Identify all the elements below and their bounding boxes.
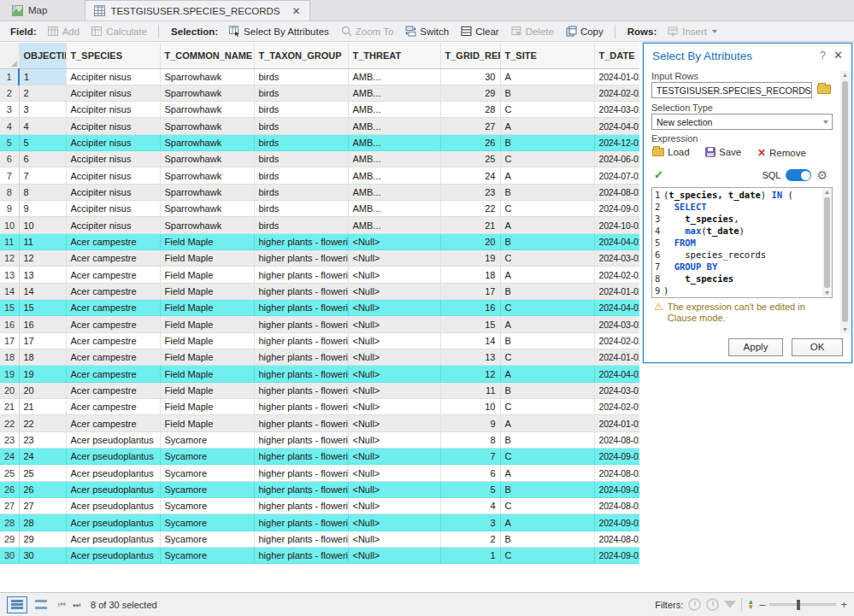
save-expression-button[interactable]: Save	[705, 147, 741, 157]
cell-common-name[interactable]: Sparrowhawk	[160, 217, 254, 233]
cell-threat[interactable]: AMB...	[348, 217, 440, 233]
definition-filter-icon[interactable]	[724, 601, 736, 608]
add-field-button[interactable]: Add	[44, 24, 84, 38]
cell-taxon-group[interactable]: higher plants - floweri...	[254, 399, 348, 415]
column-header-t-species[interactable]: T_SPECIES	[66, 43, 160, 68]
cell-date[interactable]: 2024-03-01	[594, 250, 639, 267]
cell-threat[interactable]: <Null>	[348, 366, 440, 382]
cell-threat[interactable]: AMB...	[348, 167, 440, 184]
cell-date[interactable]: 2024-07-01	[594, 167, 639, 184]
cell-common-name[interactable]: Field Maple	[160, 415, 254, 431]
row-number[interactable]: 5	[0, 134, 19, 150]
cell-objectid[interactable]: 2	[19, 85, 66, 101]
cell-threat[interactable]: AMB...	[348, 151, 440, 167]
cell-taxon-group[interactable]: birds	[254, 201, 348, 217]
cell-common-name[interactable]: Field Maple	[160, 399, 254, 415]
cell-date[interactable]: 2024-08-01	[594, 184, 639, 200]
cell-date[interactable]: 2024-06-01	[594, 151, 639, 167]
cell-objectid[interactable]: 28	[19, 514, 66, 531]
cell-threat[interactable]: <Null>	[348, 283, 440, 299]
row-number[interactable]: 24	[0, 449, 19, 465]
cell-threat[interactable]: <Null>	[348, 349, 440, 366]
cell-site[interactable]: C	[500, 201, 594, 217]
cell-common-name[interactable]: Sparrowhawk	[160, 167, 254, 184]
cell-site[interactable]: A	[500, 118, 594, 134]
cell-taxon-group[interactable]: higher plants - floweri...	[254, 300, 348, 316]
cell-common-name[interactable]: Sparrowhawk	[160, 85, 254, 101]
cell-grid-refer[interactable]: 7	[440, 449, 500, 465]
cell-site[interactable]: B	[500, 85, 594, 101]
cell-grid-refer[interactable]: 2	[440, 531, 500, 547]
cell-site[interactable]: B	[500, 481, 594, 497]
cell-threat[interactable]: <Null>	[348, 531, 440, 547]
cell-objectid[interactable]: 12	[19, 250, 66, 267]
cell-grid-refer[interactable]: 5	[440, 481, 500, 497]
cell-site[interactable]: A	[500, 217, 594, 233]
cell-taxon-group[interactable]: higher plants - floweri...	[254, 233, 348, 249]
row-number[interactable]: 22	[0, 415, 19, 431]
cell-threat[interactable]: AMB...	[348, 118, 440, 134]
cell-site[interactable]: C	[500, 349, 594, 366]
cell-site[interactable]: B	[500, 382, 594, 398]
cell-species[interactable]: Accipiter nisus	[66, 118, 160, 134]
gear-icon[interactable]: ⚙	[816, 169, 827, 181]
cell-site[interactable]: B	[500, 184, 594, 200]
cell-grid-refer[interactable]: 15	[440, 316, 500, 332]
cell-site[interactable]: C	[500, 548, 594, 564]
cell-grid-refer[interactable]: 24	[440, 167, 500, 184]
slider-handle[interactable]	[797, 600, 800, 610]
cell-species[interactable]: Acer campestre	[66, 415, 160, 431]
input-rows-combobox[interactable]: TESTGISUSER.SPECIES_RECORDS	[651, 82, 812, 98]
selection-type-combobox[interactable]: New selection	[651, 114, 833, 130]
column-header-t-date[interactable]: T_DATE	[594, 43, 639, 68]
cell-taxon-group[interactable]: birds	[254, 85, 348, 101]
cell-species[interactable]: Accipiter nisus	[66, 85, 160, 101]
cell-taxon-group[interactable]: birds	[254, 151, 348, 167]
ok-button[interactable]: OK	[792, 338, 843, 356]
load-expression-button[interactable]: Load	[652, 147, 690, 157]
panel-scrollbar[interactable]: ▲ ▼	[840, 71, 850, 334]
cell-species[interactable]: Acer pseudoplantus	[66, 449, 160, 465]
cell-species[interactable]: Acer pseudoplantus	[66, 514, 160, 531]
cell-common-name[interactable]: Field Maple	[160, 300, 254, 316]
cell-common-name[interactable]: Sycamore	[160, 498, 254, 514]
cell-site[interactable]: A	[500, 316, 594, 332]
cell-site[interactable]: A	[500, 465, 594, 481]
column-header-t-threat[interactable]: T_THREAT	[348, 43, 440, 68]
cell-date[interactable]: 2024-02-01	[594, 267, 639, 283]
row-number[interactable]: 13	[0, 267, 19, 283]
cell-common-name[interactable]: Sycamore	[160, 431, 254, 448]
slider-minus[interactable]: –	[759, 598, 765, 611]
range-filter-icon[interactable]	[706, 598, 719, 611]
row-number[interactable]: 16	[0, 316, 19, 332]
cell-taxon-group[interactable]: higher plants - floweri...	[254, 498, 348, 514]
cell-common-name[interactable]: Sparrowhawk	[160, 68, 254, 85]
cell-objectid[interactable]: 8	[19, 184, 66, 200]
cell-species[interactable]: Accipiter nisus	[66, 134, 160, 150]
cell-site[interactable]: A	[500, 514, 594, 531]
cell-threat[interactable]: <Null>	[348, 382, 440, 398]
row-number[interactable]: 27	[0, 498, 19, 514]
row-number[interactable]: 4	[0, 118, 19, 134]
cell-taxon-group[interactable]: higher plants - floweri...	[254, 283, 348, 299]
tab-map[interactable]: Map	[3, 0, 56, 21]
corner-cell[interactable]	[0, 43, 19, 68]
cell-threat[interactable]: <Null>	[348, 431, 440, 448]
cell-common-name[interactable]: Field Maple	[160, 233, 254, 249]
cell-date[interactable]: 2024-03-01	[594, 316, 639, 332]
cell-date[interactable]: 2024-03-01	[594, 102, 639, 118]
cell-date[interactable]: 2024-09-01	[594, 548, 639, 564]
cell-date[interactable]: 2024-04-01	[594, 366, 639, 382]
row-number[interactable]: 12	[0, 250, 19, 267]
cell-species[interactable]: Acer campestre	[66, 267, 160, 283]
cell-site[interactable]: C	[500, 102, 594, 118]
cell-grid-refer[interactable]: 6	[440, 465, 500, 481]
zoom-to-button[interactable]: Zoom To	[337, 24, 398, 38]
cell-species[interactable]: Accipiter nisus	[66, 217, 160, 233]
cell-site[interactable]: C	[500, 399, 594, 415]
cell-species[interactable]: Accipiter nisus	[66, 167, 160, 184]
cell-taxon-group[interactable]: birds	[254, 217, 348, 233]
row-number[interactable]: 19	[0, 366, 19, 382]
cell-threat[interactable]: <Null>	[348, 300, 440, 316]
table-view-button[interactable]	[7, 596, 27, 613]
